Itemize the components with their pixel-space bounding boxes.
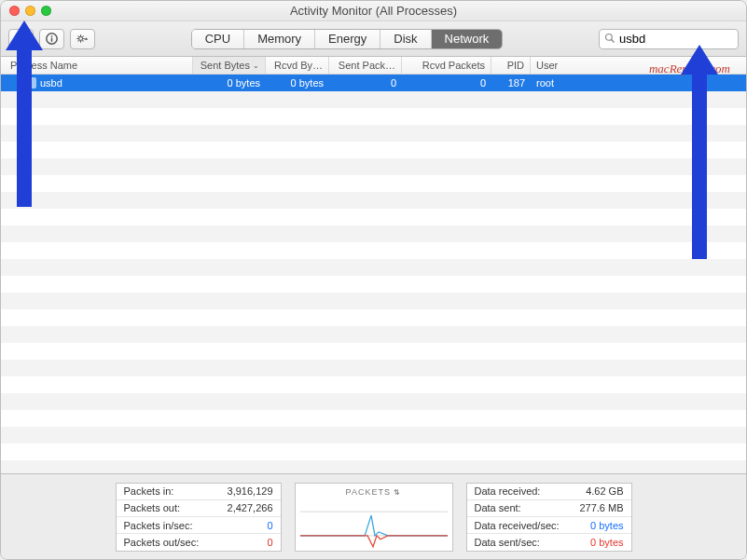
row-stripes	[1, 75, 746, 473]
svg-rect-6	[51, 38, 52, 42]
summary-graph-panel: PACKETS ⇅	[295, 483, 453, 552]
val-packets-in: 3,916,129	[228, 485, 273, 497]
lbl-dsent-sec: Data sent/sec:	[475, 537, 540, 548]
summary-bar: Packets in:3,916,129 Packets out:2,427,2…	[1, 473, 746, 559]
toolbar: CPU Memory Energy Disk Network	[1, 21, 746, 57]
svg-line-14	[78, 40, 79, 41]
watermark-text: macReports.com	[649, 61, 730, 76]
svg-point-7	[79, 37, 83, 41]
val-data-received: 4.62 GB	[586, 485, 623, 497]
col-sent-packets[interactable]: Sent Pack…	[329, 57, 402, 74]
tab-disk[interactable]: Disk	[380, 30, 431, 48]
sort-indicator-icon: ⌄	[253, 61, 259, 70]
cell-pid: 187	[491, 77, 531, 89]
window-frame: Activity Monitor (All Processes) CPU Mem…	[0, 0, 747, 560]
cell-sent-packets: 0	[329, 77, 402, 89]
svg-point-5	[51, 35, 53, 37]
lbl-data-sent: Data sent:	[475, 502, 521, 513]
tab-energy[interactable]: Energy	[315, 30, 380, 48]
col-sent-bytes[interactable]: Sent Bytes ⌄	[193, 57, 266, 74]
summary-packets-panel: Packets in:3,916,129 Packets out:2,427,2…	[116, 483, 282, 552]
lbl-pin-sec: Packets in/sec:	[124, 520, 193, 531]
view-tabs: CPU Memory Energy Disk Network	[191, 29, 504, 49]
val-packets-out: 2,427,266	[228, 502, 273, 513]
table-header: Process Name Sent Bytes ⌄ Rcvd By… Sent …	[1, 57, 746, 75]
info-icon	[46, 33, 58, 45]
cell-rcvd-bytes: 0 bytes	[266, 77, 329, 89]
packets-sparkline	[296, 497, 452, 551]
process-name: usbd	[40, 77, 62, 89]
table-row[interactable]: usbd 0 bytes 0 bytes 0 0 187 root	[1, 75, 746, 91]
window-title: Activity Monitor (All Processes)	[1, 4, 746, 18]
svg-line-12	[78, 36, 79, 37]
process-table[interactable]: usbd 0 bytes 0 bytes 0 0 187 root	[1, 75, 746, 473]
tab-cpu[interactable]: CPU	[192, 30, 244, 48]
process-icon	[25, 77, 36, 89]
svg-line-13	[82, 40, 83, 41]
search-field[interactable]	[599, 29, 739, 49]
cell-user: root	[531, 77, 575, 89]
lbl-pout-sec: Packets out/sec:	[124, 537, 200, 548]
col-rcvd-bytes[interactable]: Rcvd By…	[266, 57, 329, 74]
summary-data-panel: Data received:4.62 GB Data sent:277.6 MB…	[466, 483, 632, 552]
svg-point-16	[605, 34, 612, 40]
inspect-process-button[interactable]	[39, 29, 64, 49]
col-process-name[interactable]: Process Name	[1, 57, 193, 74]
search-input[interactable]	[619, 32, 747, 46]
col-rcvd-packets[interactable]: Rcvd Packets	[402, 57, 491, 74]
tab-memory[interactable]: Memory	[244, 30, 315, 48]
lbl-packets-out: Packets out:	[124, 502, 181, 513]
val-drec-sec: 0 bytes	[590, 520, 623, 531]
settings-menu-button[interactable]	[70, 29, 95, 49]
col-user[interactable]: User	[531, 57, 575, 74]
graph-title: PACKETS ⇅	[296, 484, 452, 497]
stop-process-button[interactable]	[8, 29, 34, 49]
titlebar: Activity Monitor (All Processes)	[1, 1, 746, 21]
col-pid[interactable]: PID	[491, 57, 531, 74]
lbl-packets-in: Packets in:	[124, 485, 174, 497]
val-data-sent: 277.6 MB	[579, 502, 623, 513]
svg-line-15	[82, 36, 83, 37]
cell-rcvd-packets: 0	[402, 77, 491, 89]
svg-line-17	[611, 39, 614, 42]
lbl-drec-sec: Data received/sec:	[475, 520, 560, 531]
lbl-data-received: Data received:	[475, 485, 541, 497]
gear-icon	[76, 33, 89, 45]
val-dsent-sec: 0 bytes	[590, 537, 623, 548]
expand-icon[interactable]: ⇅	[394, 488, 401, 497]
search-icon	[604, 33, 616, 46]
cell-sent-bytes: 0 bytes	[193, 77, 266, 89]
tab-network[interactable]: Network	[432, 30, 503, 48]
val-pout-sec: 0	[267, 537, 272, 548]
stop-icon	[15, 33, 27, 45]
val-pin-sec: 0	[267, 520, 272, 531]
